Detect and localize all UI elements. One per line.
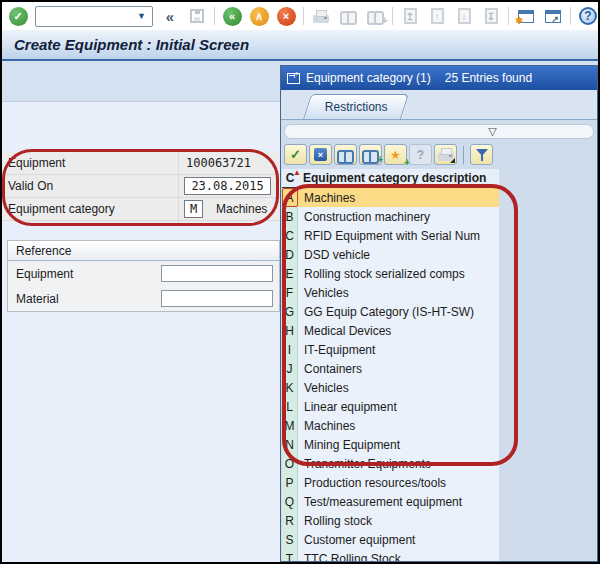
filter-icon[interactable]	[470, 144, 493, 165]
category-description[interactable]: Vehicles	[298, 378, 499, 397]
print-icon[interactable]	[311, 6, 331, 26]
category-description[interactable]: Customer equipment	[298, 530, 499, 549]
list-item[interactable]: OTransmitter Equipments	[282, 454, 499, 473]
list-item[interactable]: MMachines	[282, 416, 499, 435]
enter-icon[interactable]: ✓	[8, 6, 28, 26]
previous-page-icon[interactable]: ↑	[427, 6, 447, 26]
category-description[interactable]: Construction machinery	[298, 207, 499, 226]
category-description[interactable]: Mining Equipment	[298, 435, 499, 454]
list-item[interactable]: HMedical Devices	[282, 321, 499, 340]
valid-on-field[interactable]: 23.08.2015	[184, 177, 271, 195]
find-next-icon[interactable]: +	[359, 144, 382, 165]
list-item[interactable]: FVehicles	[282, 283, 499, 302]
category-code[interactable]: M	[282, 416, 298, 435]
list-item[interactable]: NMining Equipment	[282, 435, 499, 454]
category-description[interactable]: Rolling stock serialized comps	[298, 264, 499, 283]
list-item[interactable]: RRolling stock	[282, 511, 499, 530]
category-description[interactable]: IT-Equipment	[298, 340, 499, 359]
command-input[interactable]	[39, 8, 135, 25]
category-code[interactable]: O	[282, 454, 298, 473]
new-session-icon[interactable]	[516, 6, 536, 26]
personal-list-icon[interactable]: ?	[409, 144, 432, 165]
category-description[interactable]: Production resources/tools	[298, 473, 499, 492]
chevron-down-icon[interactable]: ▼	[137, 11, 146, 21]
enter-check-glyph: ✓	[9, 7, 28, 26]
list-item[interactable]: CRFID Equipment with Serial Num	[282, 226, 499, 245]
next-page-icon[interactable]: ↓	[454, 6, 474, 26]
category-description[interactable]: DSD vehicle	[298, 245, 499, 264]
category-code[interactable]: I	[282, 340, 298, 359]
category-code[interactable]: R	[282, 511, 298, 530]
category-description[interactable]: Test/measurement equipment	[298, 492, 499, 511]
list-item[interactable]: PProduction resources/tools	[282, 473, 499, 492]
category-description[interactable]: Transmitter Equipments	[298, 454, 499, 473]
category-description[interactable]: GG Equip Category (IS-HT-SW)	[298, 302, 499, 321]
equipment-value-field[interactable]: 100063721	[186, 156, 251, 170]
category-description[interactable]: Machines	[298, 188, 499, 207]
category-description[interactable]: RFID Equipment with Serial Num	[298, 226, 499, 245]
list-item[interactable]: IIT-Equipment	[282, 340, 499, 359]
category-code[interactable]: B	[282, 207, 298, 226]
collapse-triangle-icon[interactable]: ▽	[488, 125, 496, 138]
list-item[interactable]: SCustomer equipment	[282, 530, 499, 549]
category-code[interactable]: S	[282, 530, 298, 549]
first-page-icon[interactable]: ↥	[400, 6, 420, 26]
category-description[interactable]: Linear equipment	[298, 397, 499, 416]
command-field[interactable]: ▼	[35, 6, 153, 27]
category-description[interactable]: Containers	[298, 359, 499, 378]
category-code[interactable]: P	[282, 473, 298, 492]
last-page-icon[interactable]: ↧	[481, 6, 501, 26]
category-description[interactable]: Medical Devices	[298, 321, 499, 340]
column-header-description[interactable]: Equipment category description	[298, 171, 486, 185]
find-next-icon[interactable]: +	[365, 6, 385, 26]
cancel-icon[interactable]: ×	[309, 144, 332, 165]
page-glyph: ↓	[458, 8, 471, 24]
back-icon[interactable]: «	[222, 6, 242, 26]
help-icon[interactable]: ?	[578, 6, 598, 26]
list-item[interactable]: KVehicles	[282, 378, 499, 397]
save-icon[interactable]	[187, 6, 207, 26]
list-item[interactable]: QTest/measurement equipment	[282, 492, 499, 511]
create-shortcut-icon[interactable]	[543, 6, 563, 26]
category-code[interactable]: A	[282, 188, 298, 207]
tab-restrictions[interactable]: Restrictions	[303, 94, 409, 119]
category-code[interactable]: D	[282, 245, 298, 264]
category-description[interactable]: Vehicles	[298, 283, 499, 302]
list-item[interactable]: DDSD vehicle	[282, 245, 499, 264]
list-item[interactable]: BConstruction machinery	[282, 207, 499, 226]
category-code[interactable]: H	[282, 321, 298, 340]
category-description[interactable]: TTC Rolling Stock	[298, 549, 499, 562]
list-item[interactable]: TTTC Rolling Stock	[282, 549, 499, 562]
category-code[interactable]: Q	[282, 492, 298, 511]
category-code[interactable]: G	[282, 302, 298, 321]
print-icon[interactable]	[434, 144, 457, 165]
category-code[interactable]: N	[282, 435, 298, 454]
category-code[interactable]: L	[282, 397, 298, 416]
category-code[interactable]: E	[282, 264, 298, 283]
reference-equipment-field[interactable]	[161, 265, 273, 282]
category-description[interactable]: Rolling stock	[298, 511, 499, 530]
list-item[interactable]: ERolling stock serialized comps	[282, 264, 499, 283]
exit-icon[interactable]: ∧	[249, 6, 269, 26]
reference-material-label: Material	[16, 292, 59, 306]
category-description[interactable]: Machines	[298, 416, 499, 435]
equipment-category-field[interactable]: M	[184, 200, 203, 218]
find-icon[interactable]	[334, 144, 357, 165]
category-code[interactable]: T	[282, 549, 298, 562]
collapse-chevrons-icon[interactable]: «	[160, 6, 180, 26]
category-code[interactable]: F	[282, 283, 298, 302]
cancel-icon[interactable]: ×	[276, 6, 296, 26]
category-code[interactable]: K	[282, 378, 298, 397]
list-item[interactable]: AMachines	[282, 188, 499, 207]
reference-material-field[interactable]	[161, 290, 273, 307]
column-header-category[interactable]: C▲	[282, 171, 298, 185]
list-item[interactable]: LLinear equipment	[282, 397, 499, 416]
list-item[interactable]: GGG Equip Category (IS-HT-SW)	[282, 302, 499, 321]
list-item[interactable]: JContainers	[282, 359, 499, 378]
ok-icon[interactable]: ✓	[284, 144, 307, 165]
category-code[interactable]: J	[282, 359, 298, 378]
restrictions-collapse-bar[interactable]: ▽	[284, 124, 594, 139]
category-code[interactable]: C	[282, 226, 298, 245]
add-to-personal-list-icon[interactable]: ★+	[384, 144, 407, 165]
find-icon[interactable]	[338, 6, 358, 26]
